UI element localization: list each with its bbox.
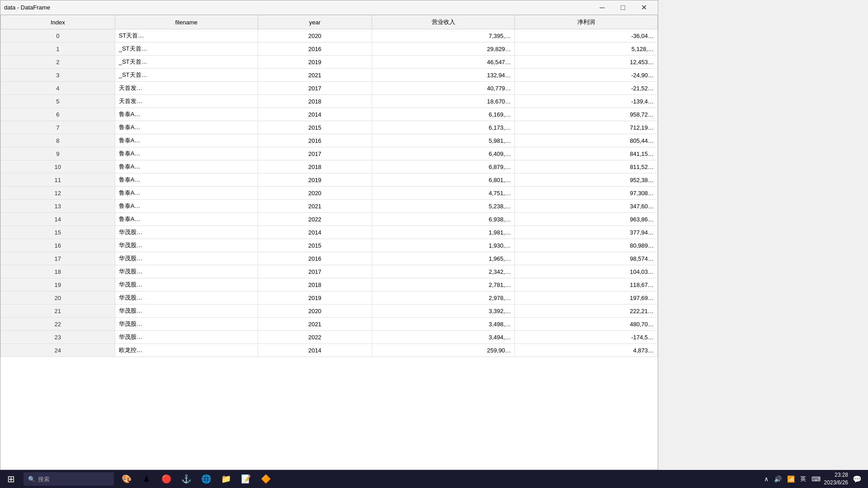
taskbar-icon-chrome[interactable]: 🌐 <box>197 470 215 488</box>
cell-index: 7 <box>1 121 115 134</box>
maximize-button[interactable]: □ <box>613 0 633 15</box>
table-row[interactable]: 14 鲁泰A… 2022 6,938,… 963,86… <box>1 213 658 226</box>
cell-year: 2021 <box>258 200 372 213</box>
col-header-index[interactable]: Index <box>1 15 115 29</box>
titlebar-controls: ─ □ ✕ <box>592 0 654 15</box>
taskbar-icon-word[interactable]: 📝 <box>237 470 255 488</box>
cell-profit: 197,69… <box>515 291 658 305</box>
taskbar-app-icons: 🎨 ♟ 🔴 ⚓ 🌐 📁 📝 🔶 <box>118 470 275 488</box>
table-row[interactable]: 1 _ST天首… 2016 29,829… 5,128,… <box>1 42 658 56</box>
cell-index: 3 <box>1 69 115 82</box>
cell-year: 2014 <box>258 344 372 357</box>
table-row[interactable]: 0 ST天首… 2020 7,395,… -36,04… <box>1 29 658 42</box>
language-indicator[interactable]: 英 <box>798 474 808 484</box>
table-row[interactable]: 18 华茂股… 2017 2,342,… 104,03… <box>1 265 658 278</box>
notification-icon[interactable]: 💬 <box>850 474 864 484</box>
cell-filename: 华茂股… <box>115 305 258 318</box>
table-row[interactable]: 3 _ST天首… 2021 132,94… -24,90… <box>1 69 658 82</box>
table-row[interactable]: 24 欧龙控… 2014 259,90… 4,873… <box>1 344 658 357</box>
start-button[interactable]: ⊞ <box>0 470 22 488</box>
table-row[interactable]: 6 鲁泰A… 2014 6,169,… 958,72… <box>1 108 658 121</box>
taskbar-icon-folder[interactable]: 📁 <box>217 470 235 488</box>
cell-index: 19 <box>1 278 115 291</box>
cell-profit: 963,86… <box>515 213 658 226</box>
cell-year: 2021 <box>258 69 372 82</box>
taskbar-icon-colorful[interactable]: 🎨 <box>118 470 136 488</box>
table-row[interactable]: 8 鲁泰A… 2016 5,981,… 805,44… <box>1 134 658 147</box>
table-row[interactable]: 23 华茂股… 2022 3,494,… -174,5… <box>1 331 658 344</box>
cell-index: 12 <box>1 187 115 200</box>
cell-filename: 鲁泰A… <box>115 213 258 226</box>
search-input[interactable] <box>38 476 106 483</box>
cell-revenue: 4,751,… <box>372 187 515 200</box>
table-row[interactable]: 20 华茂股… 2019 2,978,… 197,69… <box>1 291 658 305</box>
cell-profit: 4,873… <box>515 344 658 357</box>
table-row[interactable]: 4 天首发… 2017 40,779… -21,52… <box>1 82 658 95</box>
col-header-filename[interactable]: filename <box>115 15 258 29</box>
table-row[interactable]: 11 鲁泰A… 2019 6,801,… 952,38… <box>1 174 658 187</box>
table-row[interactable]: 5 天首发… 2018 18,670… -139,4… <box>1 95 658 108</box>
cell-profit: 811,52… <box>515 160 658 174</box>
cell-revenue: 3,494,… <box>372 331 515 344</box>
cell-year: 2020 <box>258 29 372 42</box>
cell-index: 24 <box>1 344 115 357</box>
cell-profit: 98,574… <box>515 252 658 265</box>
keyboard-icon[interactable]: ⌨ <box>810 474 822 483</box>
table-row[interactable]: 22 华茂股… 2021 3,498,… 480,70… <box>1 318 658 331</box>
cell-filename: 华茂股… <box>115 278 258 291</box>
cell-filename: 鲁泰A… <box>115 160 258 174</box>
taskbar-icon-red[interactable]: 🔴 <box>157 470 175 488</box>
cell-index: 14 <box>1 213 115 226</box>
cell-index: 11 <box>1 174 115 187</box>
cell-index: 4 <box>1 82 115 95</box>
cell-profit: 80,989… <box>515 239 658 252</box>
titlebar: data - DataFrame ─ □ ✕ <box>0 0 658 15</box>
window-close-button[interactable]: ✕ <box>633 0 654 15</box>
cell-revenue: 1,965,… <box>372 252 515 265</box>
cell-year: 2019 <box>258 291 372 305</box>
wifi-icon[interactable]: 📶 <box>785 474 797 483</box>
cell-profit: 12,453… <box>515 56 658 69</box>
table-row[interactable]: 21 华茂股… 2020 3,392,… 222,21… <box>1 305 658 318</box>
tray-arrow-icon[interactable]: ∧ <box>762 474 770 483</box>
taskbar-search-box[interactable]: 🔍 <box>24 472 114 486</box>
table-scroll[interactable]: Index filename year 营业收入 净利润 0 ST天首… 202… <box>0 15 658 469</box>
cell-filename: 欧龙控… <box>115 344 258 357</box>
cell-revenue: 1,981,… <box>372 226 515 239</box>
table-row[interactable]: 19 华茂股… 2018 2,781,… 118,67… <box>1 278 658 291</box>
minimize-button[interactable]: ─ <box>592 0 613 15</box>
cell-revenue: 5,238,… <box>372 200 515 213</box>
cell-revenue: 5,981,… <box>372 134 515 147</box>
table-row[interactable]: 7 鲁泰A… 2015 6,173,… 712,19… <box>1 121 658 134</box>
table-row[interactable]: 17 华茂股… 2016 1,965,… 98,574… <box>1 252 658 265</box>
cell-profit: 97,308… <box>515 187 658 200</box>
table-row[interactable]: 13 鲁泰A… 2021 5,238,… 347,60… <box>1 200 658 213</box>
taskbar-icon-app[interactable]: 🔶 <box>257 470 275 488</box>
cell-profit: 480,70… <box>515 318 658 331</box>
cell-profit: 377,94… <box>515 226 658 239</box>
cell-filename: 天首发… <box>115 82 258 95</box>
volume-icon[interactable]: 🔊 <box>772 474 783 483</box>
table-row[interactable]: 15 华茂股… 2014 1,981,… 377,94… <box>1 226 658 239</box>
table-row[interactable]: 16 华茂股… 2015 1,930,… 80,989… <box>1 239 658 252</box>
col-header-year[interactable]: year <box>258 15 372 29</box>
cell-filename: _ST天首… <box>115 69 258 82</box>
taskbar-right: ∧ 🔊 📶 英 ⌨ 23:28 2023/6/26 💬 <box>762 471 868 487</box>
cell-revenue: 6,938,… <box>372 213 515 226</box>
cell-year: 2016 <box>258 252 372 265</box>
cell-year: 2016 <box>258 134 372 147</box>
table-row[interactable]: 12 鲁泰A… 2020 4,751,… 97,308… <box>1 187 658 200</box>
taskbar-clock[interactable]: 23:28 2023/6/26 <box>824 471 848 487</box>
cell-filename: ST天首… <box>115 29 258 42</box>
table-row[interactable]: 10 鲁泰A… 2018 6,879,… 811,52… <box>1 160 658 174</box>
table-row[interactable]: 2 _ST天首… 2019 46,547… 12,453… <box>1 56 658 69</box>
col-header-profit[interactable]: 净利润 <box>515 15 658 29</box>
taskbar-icon-anchor[interactable]: ⚓ <box>177 470 195 488</box>
clock-date: 2023/6/26 <box>824 479 848 487</box>
col-header-revenue[interactable]: 营业收入 <box>372 15 515 29</box>
cell-year: 2016 <box>258 42 372 56</box>
table-row[interactable]: 9 鲁泰A… 2017 6,409,… 841,15… <box>1 147 658 160</box>
taskbar-icon-steam[interactable]: ♟ <box>137 470 156 488</box>
cell-year: 2022 <box>258 331 372 344</box>
system-tray: ∧ 🔊 📶 英 ⌨ <box>762 474 822 484</box>
